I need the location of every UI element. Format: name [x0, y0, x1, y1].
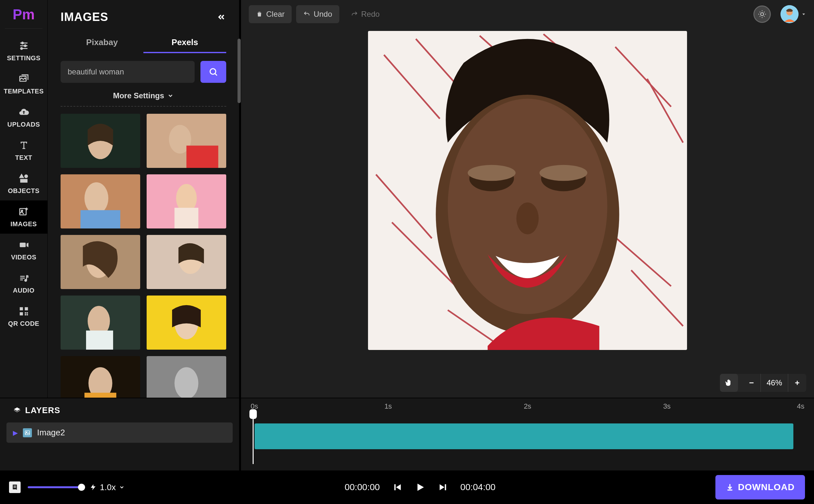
image-result[interactable] [61, 114, 140, 168]
playhead[interactable] [253, 412, 254, 464]
nav-item-audio[interactable]: AUDIO [0, 267, 47, 300]
hand-icon [724, 378, 733, 387]
qrcode-icon [18, 306, 29, 317]
nav-item-qrcode[interactable]: QR CODE [0, 300, 47, 333]
nav-label: TEXT [15, 154, 32, 161]
user-menu[interactable] [780, 5, 806, 23]
nav-label: TEMPLATES [4, 88, 44, 95]
time-ruler: 0s 1s 2s 3s 4s [249, 402, 806, 415]
image-result[interactable] [147, 235, 226, 289]
nav-label: QR CODE [8, 320, 39, 327]
redo-button[interactable]: Redo [344, 5, 387, 23]
svg-line-23 [215, 73, 217, 75]
zoom-out-button[interactable] [742, 374, 761, 392]
nav-label: OBJECTS [8, 187, 40, 195]
total-time: 00:04:00 [460, 482, 496, 492]
image-result[interactable] [147, 114, 226, 168]
nav-divider [5, 28, 43, 29]
skip-start-button[interactable] [392, 482, 402, 492]
timeline-clip[interactable] [255, 423, 793, 449]
bolt-icon [90, 483, 97, 492]
nav-label: SETTINGS [7, 54, 40, 62]
download-icon [726, 483, 734, 491]
image-result[interactable] [61, 356, 140, 398]
svg-rect-46 [84, 393, 116, 398]
svg-point-3 [21, 42, 23, 44]
collapse-panel-button[interactable] [217, 12, 226, 22]
image-result[interactable] [61, 296, 140, 350]
play-button[interactable] [415, 482, 426, 493]
caret-down-icon [801, 12, 806, 17]
download-button[interactable]: DOWNLOAD [715, 475, 805, 499]
svg-rect-20 [24, 314, 26, 315]
clear-button[interactable]: Clear [249, 5, 292, 23]
tab-pixabay[interactable]: Pixabay [61, 32, 143, 53]
skip-next-icon [438, 482, 448, 492]
layers-panel: LAYERS ▶ Image2 [0, 398, 241, 470]
skip-end-button[interactable] [438, 482, 448, 492]
play-icon [415, 482, 426, 493]
text-icon [18, 140, 29, 151]
svg-point-30 [84, 182, 108, 214]
image-results-scroll[interactable] [48, 107, 239, 398]
canvas-area: Clear Undo Redo [241, 0, 814, 398]
nav-item-settings[interactable]: SETTINGS [0, 34, 47, 68]
image-stack-icon [18, 73, 29, 84]
nav-label: IMAGES [11, 220, 37, 228]
nav-item-templates[interactable]: TEMPLATES [0, 68, 47, 101]
image-result[interactable] [61, 235, 140, 289]
current-time: 00:00:00 [345, 482, 380, 492]
svg-marker-91 [396, 484, 401, 490]
svg-point-78 [539, 165, 587, 181]
time-tick: 1s [384, 402, 392, 411]
image-result[interactable] [147, 356, 226, 398]
tab-pexels[interactable]: Pexels [143, 32, 226, 53]
nav-rail: Pm SETTINGS TEMPLATES UPLOADS TEXT OBJEC… [0, 0, 48, 398]
more-settings-toggle[interactable]: More Settings [48, 83, 239, 106]
user-avatar [780, 5, 799, 23]
video-icon [18, 239, 29, 250]
timeline-tracks[interactable] [249, 422, 806, 470]
notes-button[interactable] [9, 481, 21, 493]
layer-item[interactable]: ▶ Image2 [6, 422, 233, 443]
svg-rect-21 [26, 312, 28, 314]
svg-rect-28 [187, 146, 218, 168]
layers-icon [13, 406, 21, 415]
canvas-viewport[interactable]: 46% [241, 28, 814, 398]
redo-label: Redo [361, 10, 380, 19]
chevron-double-left-icon [217, 12, 226, 22]
svg-marker-60 [802, 14, 805, 15]
layer-expand-arrow[interactable]: ▶ [13, 429, 18, 437]
theme-toggle[interactable] [753, 5, 771, 23]
svg-rect-31 [81, 210, 121, 228]
nav-item-images[interactable]: IMAGES [0, 200, 47, 234]
image-result[interactable] [147, 296, 226, 350]
svg-point-5 [21, 48, 23, 50]
nav-label: VIDEOS [11, 254, 36, 261]
pan-tool-button[interactable] [720, 374, 738, 392]
svg-point-49 [761, 13, 763, 15]
nav-item-uploads[interactable]: UPLOADS [0, 101, 47, 134]
timeline[interactable]: 0s 1s 2s 3s 4s [241, 398, 814, 470]
canvas-image[interactable] [368, 31, 687, 350]
undo-button[interactable]: Undo [296, 5, 339, 23]
nav-item-objects[interactable]: OBJECTS [0, 167, 47, 200]
zoom-value[interactable]: 46% [761, 374, 788, 392]
image-result[interactable] [61, 174, 140, 228]
bottom-bar: 1.0x 00:00:00 00:04:00 DOWNLOAD [0, 470, 814, 504]
svg-marker-93 [440, 484, 444, 490]
zoom-in-button[interactable] [788, 374, 806, 392]
skip-previous-icon [392, 482, 402, 492]
image-search-button[interactable] [200, 61, 226, 83]
speed-selector[interactable]: 1.0x [90, 482, 125, 492]
panel-scrollbar[interactable] [237, 39, 241, 103]
svg-rect-15 [20, 307, 23, 310]
speed-slider[interactable] [28, 486, 82, 488]
image-search-input[interactable] [61, 61, 195, 83]
nav-item-videos[interactable]: VIDEOS [0, 234, 47, 267]
svg-point-48 [174, 367, 198, 398]
clear-label: Clear [266, 10, 285, 19]
nav-label: UPLOADS [7, 121, 40, 128]
nav-item-text[interactable]: TEXT [0, 134, 47, 167]
image-result[interactable] [147, 174, 226, 228]
